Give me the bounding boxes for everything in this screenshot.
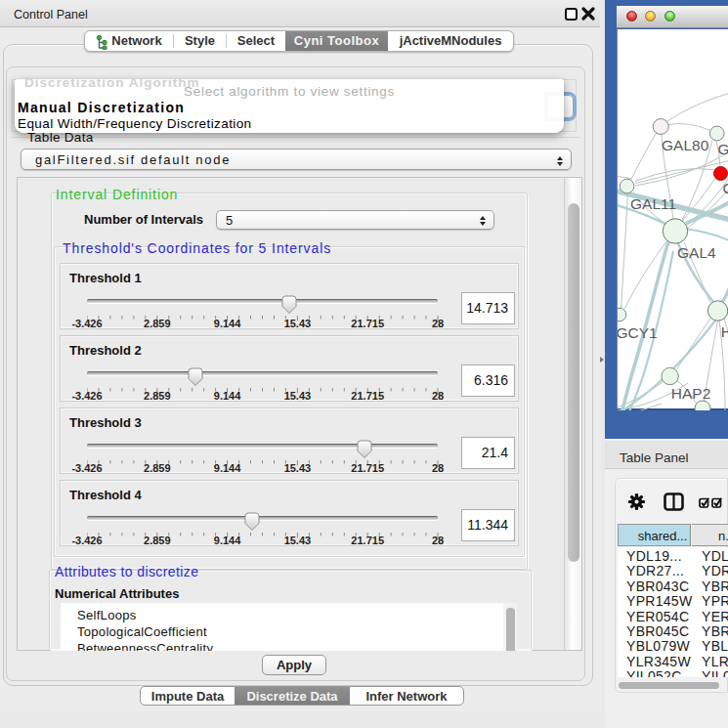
svg-text:H: H bbox=[721, 323, 728, 340]
svg-text:GAL4: GAL4 bbox=[677, 244, 716, 261]
svg-text:HAP2: HAP2 bbox=[671, 385, 711, 402]
svg-text:GA: GA bbox=[718, 141, 728, 157]
svg-text:GAL80: GAL80 bbox=[662, 137, 709, 153]
svg-text:GAL11: GAL11 bbox=[630, 195, 676, 212]
svg-text:C: C bbox=[723, 180, 728, 196]
svg-text:GCY1: GCY1 bbox=[618, 324, 658, 341]
